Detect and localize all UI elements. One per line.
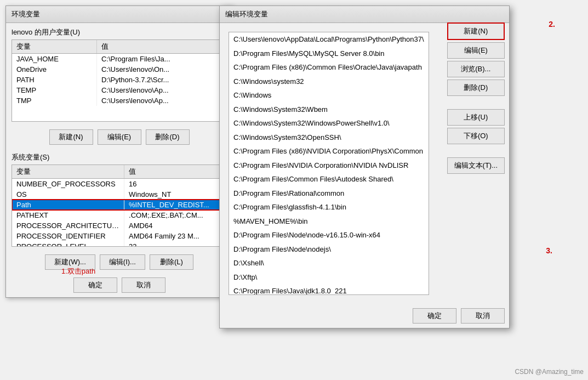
path-list-container[interactable]: C:\Users\lenovo\AppData\Local\Programs\P… (229, 32, 429, 295)
path-delete-button[interactable]: 删除(D) (447, 80, 505, 96)
path-list-item[interactable]: C:\Users\lenovo\AppData\Local\Programs\P… (229, 32, 429, 47)
sys-val-cell: AMD64 Family 23 M... (124, 231, 226, 241)
env-dialog-bottom-buttons: 确定 取消 (6, 273, 232, 297)
sys-var-cell: NUMBER_OF_PROCESSORS (12, 179, 124, 190)
user-var-cell: TMP (12, 95, 96, 106)
sys-section-label: 系统变量(S) (6, 148, 232, 165)
sys-table-row[interactable]: PROCESSOR_LEVEL23 (12, 241, 226, 247)
path-list-item[interactable]: D:\Program Files\Node\node-v16.15.0-win-… (229, 228, 429, 242)
path-list-item[interactable]: C:\Program Files\glassfish-4.1.1\bin (229, 200, 429, 214)
path-list-item[interactable]: D:\Program Files\Rational\common (229, 186, 429, 201)
sys-val-cell: %INTEL_DEV_REDIST... (124, 200, 226, 210)
user-col-val: 值 (96, 40, 226, 54)
user-variables-table: 变量 值 JAVA_HOMEC:\Program Files\Ja...OneD… (12, 40, 226, 106)
sys-new-button[interactable]: 新建(W)... (45, 254, 95, 270)
user-var-cell: PATH (12, 75, 96, 85)
path-list-item[interactable]: D:\Program Files\Node\nodejs\ (229, 242, 429, 257)
sys-var-cell: PROCESSOR_ARCHITECTURE (12, 220, 124, 231)
path-edit-bottom-buttons: 确定 取消 (220, 304, 509, 328)
path-list-item[interactable]: C:\Windows\System32\Wbem (229, 103, 429, 117)
sys-variables-table: 变量 值 NUMBER_OF_PROCESSORS16OSWindows_NTP… (12, 165, 226, 247)
sys-table-row[interactable]: OSWindows_NT (12, 189, 226, 200)
step2-annotation: 2. (549, 20, 555, 29)
path-list-item[interactable]: C:\Program Files (x86)\Common Files\Orac… (229, 60, 429, 75)
sys-val-cell: AMD64 (124, 220, 226, 231)
user-col-var: 变量 (12, 40, 96, 54)
user-table-row[interactable]: PATHD:\Python-3.7.2\Scr... (12, 75, 226, 85)
user-var-cell: OneDrive (12, 64, 96, 75)
path-ok-button[interactable]: 确定 (413, 308, 456, 324)
user-edit-button[interactable]: 编辑(E) (98, 129, 141, 145)
path-move-up-button[interactable]: 上移(U) (447, 109, 505, 126)
env-variables-dialog: 环境变量 lenovo 的用户变量(U) 变量 值 JAVA_HOMEC:\Pr… (5, 5, 233, 298)
env-cancel-button[interactable]: 取消 (122, 277, 165, 293)
user-val-cell: C:\Users\lenovo\Ap... (96, 95, 226, 106)
user-val-cell: C:\Program Files\Ja... (96, 54, 226, 65)
user-delete-button[interactable]: 删除(D) (146, 129, 190, 145)
sys-table-row[interactable]: PATHEXT.COM;.EXE;.BAT;.CM... (12, 210, 226, 220)
user-val-cell: C:\Users\lenovo\On... (96, 64, 226, 75)
user-table-row[interactable]: JAVA_HOMEC:\Program Files\Ja... (12, 54, 226, 65)
path-list-item[interactable]: C:\Program Files\Java\jdk1.8.0_221 (229, 284, 429, 295)
path-move-down-button[interactable]: 下移(O) (447, 128, 505, 144)
step3-annotation: 3. (546, 246, 552, 255)
sys-val-cell: 16 (124, 179, 226, 190)
path-edit-dialog: 编辑环境变量 C:\Users\lenovo\AppData\Local\Pro… (219, 5, 510, 328)
sys-col-var: 变量 (12, 165, 124, 179)
path-browse-button[interactable]: 浏览(B)... (447, 61, 505, 77)
env-dialog-title: 环境变量 (6, 6, 232, 23)
path-edit-text-button[interactable]: 编辑文本(T)... (447, 157, 505, 174)
user-table-row[interactable]: TEMPC:\Users\lenovo\Ap... (12, 85, 226, 95)
path-list-item[interactable]: C:\Program Files (x86)\NVIDIA Corporatio… (229, 144, 429, 158)
sys-var-cell: PROCESSOR_IDENTIFIER (12, 231, 124, 241)
sys-col-val: 值 (124, 165, 226, 179)
user-val-cell: D:\Python-3.7.2\Scr... (96, 75, 226, 85)
path-edit-side-buttons: 新建(N) 编辑(E) 浏览(B)... 删除(D) 上移(U) 下移(O) 编… (447, 22, 505, 174)
path-edit-button[interactable]: 编辑(E) (447, 42, 505, 59)
sys-table-row[interactable]: NUMBER_OF_PROCESSORS16 (12, 179, 226, 190)
sys-table-row[interactable]: PROCESSOR_IDENTIFIERAMD64 Family 23 M... (12, 231, 226, 241)
path-list-item[interactable]: C:\Windows (229, 88, 429, 103)
sys-val-cell: 23 (124, 241, 226, 247)
sys-val-cell: Windows_NT (124, 189, 226, 200)
path-list-item[interactable]: C:\Windows\system32 (229, 75, 429, 89)
user-table-row[interactable]: TMPC:\Users\lenovo\Ap... (12, 95, 226, 106)
user-var-cell: TEMP (12, 85, 96, 95)
path-cancel-button[interactable]: 取消 (461, 308, 505, 324)
path-list-item[interactable]: D:\Xftp\ (229, 270, 429, 285)
user-val-cell: C:\Users\lenovo\Ap... (96, 85, 226, 95)
sys-table-row[interactable]: Path%INTEL_DEV_REDIST... (12, 200, 226, 210)
sys-delete-button[interactable]: 删除(L) (150, 254, 193, 270)
path-list-item[interactable]: C:\Windows\System32\OpenSSH\ (229, 131, 429, 145)
sys-variables-table-container: 变量 值 NUMBER_OF_PROCESSORS16OSWindows_NTP… (12, 165, 227, 247)
sys-var-cell: PROCESSOR_LEVEL (12, 241, 124, 247)
path-list-item[interactable]: D:\Program Files\MySQL\MySQL Server 8.0\… (229, 47, 429, 61)
sys-val-cell: .COM;.EXE;.BAT;.CM... (124, 210, 226, 220)
sys-table-buttons: 新建(W)... 编辑(I)... 删除(L) (6, 251, 232, 273)
env-ok-button[interactable]: 确定 (73, 277, 117, 293)
path-list-item[interactable]: D:\Xshell\ (229, 256, 429, 270)
sys-var-cell: OS (12, 189, 124, 200)
path-new-button[interactable]: 新建(N) (447, 22, 505, 40)
path-list-item[interactable]: C:\Windows\System32\WindowsPowerShell\v1… (229, 116, 429, 131)
user-variables-table-container: 变量 值 JAVA_HOMEC:\Program Files\Ja...OneD… (12, 39, 227, 122)
user-new-button[interactable]: 新建(N) (49, 129, 93, 145)
sys-var-cell: Path (12, 200, 124, 210)
path-list-item[interactable]: C:\Program Files\Common Files\Autodesk S… (229, 172, 429, 186)
sys-var-cell: PATHEXT (12, 210, 124, 220)
sys-edit-button[interactable]: 编辑(I)... (100, 254, 145, 270)
path-list-item[interactable]: C:\Program Files\NVIDIA Corporation\NVID… (229, 158, 429, 173)
watermark: CSDN @Amazing_time (515, 368, 584, 376)
path-edit-title: 编辑环境变量 (220, 6, 509, 23)
user-section-label: lenovo 的用户变量(U) (6, 23, 232, 39)
user-var-cell: JAVA_HOME (12, 54, 96, 65)
user-table-buttons: 新建(N) 编辑(E) 删除(D) (6, 126, 232, 148)
user-table-row[interactable]: OneDriveC:\Users\lenovo\On... (12, 64, 226, 75)
path-list-item[interactable]: %MAVEN_HOME%\bin (229, 214, 429, 229)
sys-table-row[interactable]: PROCESSOR_ARCHITECTUREAMD64 (12, 220, 226, 231)
